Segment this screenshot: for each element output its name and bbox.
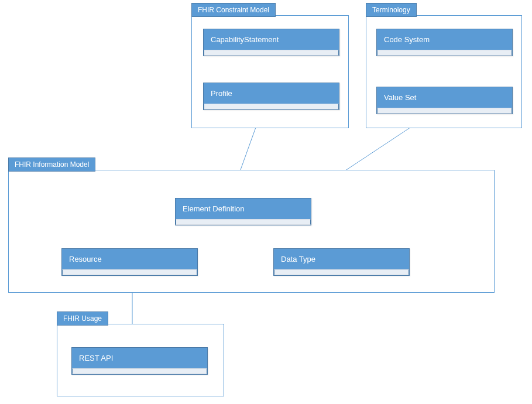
class-attr-empty <box>377 108 512 114</box>
package-terminology: Terminology Code System Value Set <box>366 15 522 128</box>
package-fhir-constraint-model: FHIR Constraint Model CapabilityStatemen… <box>191 15 349 128</box>
package-label-usage: FHIR Usage <box>57 311 108 326</box>
class-capability-statement: CapabilityStatement <box>203 29 339 56</box>
class-name-code-system: Code System <box>377 29 512 50</box>
class-attr-empty <box>204 104 339 109</box>
package-fhir-usage: FHIR Usage REST API <box>57 324 224 396</box>
class-element-definition: Element Definition <box>175 198 311 225</box>
class-attr-empty <box>274 269 409 275</box>
class-profile: Profile <box>203 83 339 110</box>
class-name-value-set: Value Set <box>377 87 512 108</box>
class-name-element-definition: Element Definition <box>176 198 311 219</box>
class-value-set: Value Set <box>376 87 513 114</box>
class-code-system: Code System <box>376 29 513 56</box>
package-label-terminology: Terminology <box>366 3 417 17</box>
package-fhir-information-model: FHIR Information Model Element Definitio… <box>8 170 495 293</box>
class-name-resource: Resource <box>62 249 197 269</box>
class-attr-empty <box>72 368 207 374</box>
package-label-constraint: FHIR Constraint Model <box>191 3 276 17</box>
class-attr-empty <box>204 50 339 56</box>
class-name-capability-statement: CapabilityStatement <box>204 29 339 50</box>
class-data-type: Data Type <box>273 248 410 276</box>
class-attr-empty <box>377 50 512 56</box>
class-rest-api: REST API <box>71 347 208 375</box>
class-attr-empty <box>62 269 197 275</box>
class-name-data-type: Data Type <box>274 249 409 269</box>
class-resource: Resource <box>61 248 198 276</box>
class-name-profile: Profile <box>204 83 339 104</box>
class-attr-empty <box>176 219 311 225</box>
package-label-information: FHIR Information Model <box>8 158 95 172</box>
class-name-rest-api: REST API <box>72 348 207 368</box>
